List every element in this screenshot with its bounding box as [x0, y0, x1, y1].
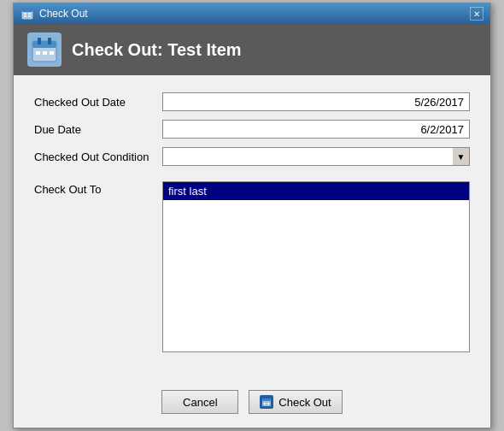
close-button[interactable]: ✕: [470, 7, 483, 21]
due-date-row: Due Date: [34, 120, 470, 139]
header-icon: [27, 32, 62, 67]
check-out-to-area: Check Out To first last: [34, 181, 470, 352]
svg-rect-3: [24, 15, 26, 17]
checked-out-condition-row: Checked Out Condition Good Fair Poor ▼: [34, 147, 470, 166]
svg-rect-1: [22, 9, 32, 12]
svg-rect-8: [38, 38, 41, 44]
window-icon: [21, 7, 34, 21]
title-bar-text: Check Out: [39, 8, 88, 20]
cancel-label: Cancel: [183, 396, 217, 409]
cancel-button[interactable]: Cancel: [161, 390, 238, 414]
svg-rect-14: [262, 399, 271, 401]
checked-out-date-input[interactable]: [162, 92, 470, 111]
svg-rect-5: [28, 15, 31, 17]
checked-out-condition-wrapper: Good Fair Poor ▼: [162, 147, 470, 166]
header-bar: Check Out: Test Item: [14, 24, 490, 75]
checked-out-date-row: Checked Out Date: [34, 92, 470, 111]
header-title: Check Out: Test Item: [72, 40, 242, 60]
svg-rect-12: [50, 51, 54, 55]
title-bar-left: Check Out: [21, 7, 88, 21]
svg-rect-11: [43, 51, 47, 55]
check-out-to-label: Check Out To: [34, 181, 162, 196]
svg-rect-16: [267, 403, 269, 404]
due-date-input[interactable]: [162, 120, 470, 139]
svg-rect-2: [24, 13, 26, 15]
svg-rect-10: [36, 51, 40, 55]
check-out-label: Check Out: [278, 396, 331, 409]
svg-rect-15: [264, 403, 266, 404]
checked-out-condition-select[interactable]: Good Fair Poor: [162, 147, 470, 166]
checked-out-date-label: Checked Out Date: [34, 96, 162, 109]
form-area: Checked Out Date Due Date Checked Out Co…: [14, 75, 490, 383]
check-out-button-icon: [260, 395, 273, 409]
svg-rect-7: [32, 41, 56, 48]
due-date-label: Due Date: [34, 123, 162, 136]
check-out-button[interactable]: Check Out: [249, 390, 342, 414]
check-out-to-list[interactable]: first last: [162, 181, 470, 352]
title-bar: Check Out ✕: [14, 3, 490, 24]
checked-out-condition-label: Checked Out Condition: [34, 151, 162, 163]
check-out-window: Check Out ✕ Check Out: Test Item Checked…: [13, 3, 491, 428]
svg-rect-9: [48, 38, 51, 44]
check-out-to-selected-item[interactable]: first last: [163, 182, 469, 200]
button-row: Cancel Check Out: [14, 383, 490, 428]
svg-rect-4: [28, 13, 31, 15]
